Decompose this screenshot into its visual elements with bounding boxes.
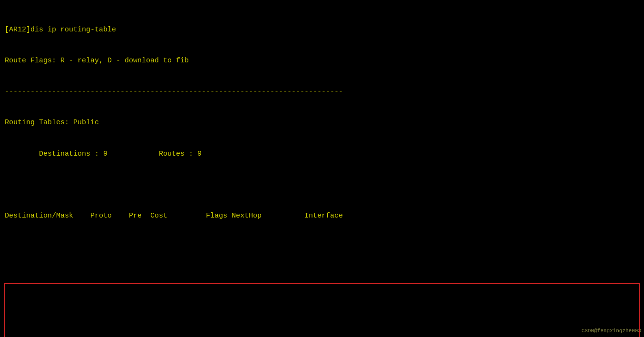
route-flags-line: Route Flags: R - relay, D - download to … [5,56,639,66]
highlight-box [4,283,640,337]
command-line: [AR12]dis ip routing-table [5,25,639,35]
separator-line: ----------------------------------------… [5,87,639,97]
table-header: Destination/Mask Proto Pre Cost Flags Ne… [5,211,639,221]
terminal-window: [AR12]dis ip routing-table Route Flags: … [5,4,639,337]
routing-table-label: Routing Tables: Public [5,118,639,128]
routing-table: 10.1.1.0/24 Direct 0 0 D 10.1.1.2 Gigabi… [5,283,639,337]
destinations-routes-line: Destinations : 9 Routes : 9 [5,149,639,159]
blank-line2 [5,242,639,252]
blank-line [5,180,639,190]
watermark: CSDN@fengxingzhe008 [582,327,641,335]
